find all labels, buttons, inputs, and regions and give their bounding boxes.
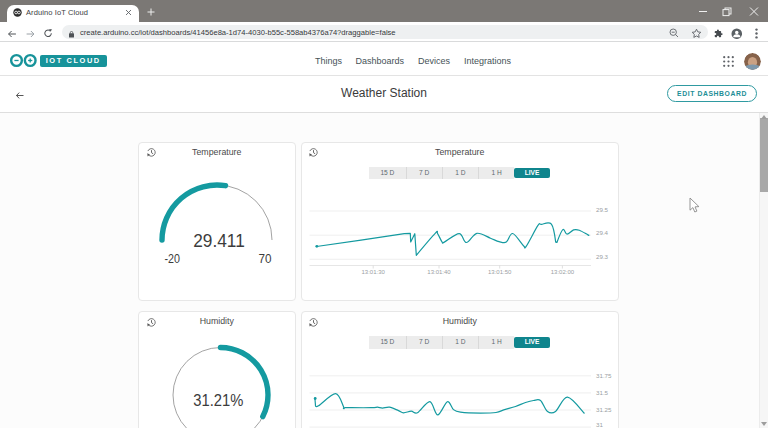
svg-text:31.21%: 31.21% xyxy=(193,391,243,410)
svg-text:13:01:30: 13:01:30 xyxy=(361,269,385,275)
svg-text:29.5: 29.5 xyxy=(596,206,609,213)
svg-text:31.5: 31.5 xyxy=(596,389,609,396)
svg-text:29.4: 29.4 xyxy=(596,229,609,236)
svg-text:31.25: 31.25 xyxy=(596,406,612,413)
svg-text:70: 70 xyxy=(258,251,271,266)
svg-text:13:01:40: 13:01:40 xyxy=(427,269,451,275)
svg-text:31.75: 31.75 xyxy=(596,372,612,379)
svg-text:13:02:00: 13:02:00 xyxy=(550,269,574,275)
svg-text:-20: -20 xyxy=(165,251,181,266)
svg-text:29.411: 29.411 xyxy=(193,230,245,251)
svg-text:29.3: 29.3 xyxy=(596,253,609,260)
svg-text:13:01:50: 13:01:50 xyxy=(488,269,512,275)
svg-text:31: 31 xyxy=(596,421,603,428)
